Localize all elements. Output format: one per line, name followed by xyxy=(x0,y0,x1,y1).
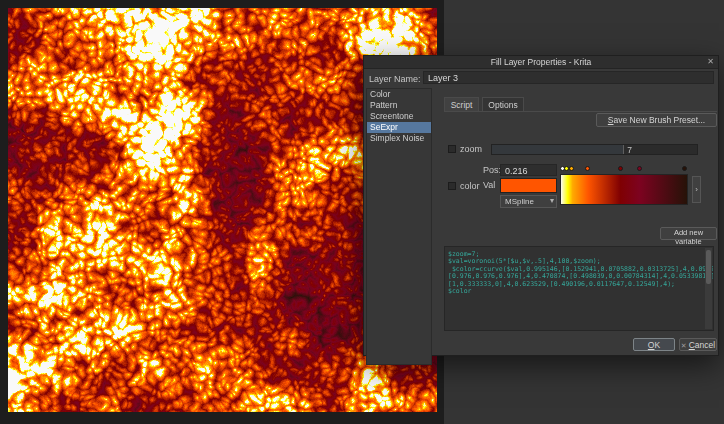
script-text: $zoom=7;$val=voronoi(5*[$u,$v,.5],4,100,… xyxy=(445,247,713,295)
stop-val-label: Val xyxy=(483,180,495,190)
dialog-titlebar[interactable]: Fill Layer Properties - Krita ✕ xyxy=(364,56,718,69)
generator-list-item-pattern[interactable]: Pattern xyxy=(367,100,431,111)
color-val-swatch[interactable] xyxy=(500,178,557,193)
cancel-button[interactable]: ✕Cancel xyxy=(679,338,717,351)
cancel-label: Cancel xyxy=(689,340,715,350)
gradient-stop-6[interactable] xyxy=(682,166,687,171)
stop-pos-input[interactable]: 0.216 xyxy=(500,164,557,176)
tab-script[interactable]: Script xyxy=(444,97,479,112)
gradient-stop-4[interactable] xyxy=(618,166,623,171)
script-editor[interactable]: $zoom=7;$val=voronoi(5*[$u,$v,.5],4,100,… xyxy=(444,246,714,331)
generator-list-item-color[interactable]: Color xyxy=(367,89,431,100)
tab-options[interactable]: Options xyxy=(482,97,524,112)
gradient-stops-row xyxy=(560,166,688,172)
fill-layer-properties-dialog: Fill Layer Properties - Krita ✕ Layer Na… xyxy=(363,55,719,356)
zoom-slider-value: 7 xyxy=(627,145,632,155)
dialog-title: Fill Layer Properties - Krita xyxy=(364,57,718,67)
generator-list-item-seexpr[interactable]: SeExpr xyxy=(367,122,431,133)
stop-pos-label: Pos: xyxy=(483,165,501,175)
generator-list-item-simplex-noise[interactable]: Simplex Noise xyxy=(367,133,431,144)
stop-pos-value: 0.216 xyxy=(501,165,556,176)
ok-button[interactable]: OK xyxy=(633,338,675,351)
zoom-slider-fill xyxy=(492,145,623,154)
gradient-scroll-right-button[interactable]: › xyxy=(692,176,701,203)
chevron-right-icon: › xyxy=(695,185,698,194)
cancel-icon: ✕ xyxy=(681,342,687,349)
gradient-stop-2[interactable] xyxy=(569,166,574,171)
color-variable-checkbox[interactable] xyxy=(448,182,456,190)
layer-name-input[interactable]: Layer 3 xyxy=(423,71,714,84)
interpolation-dropdown[interactable]: MSpline ▾ xyxy=(500,195,557,208)
generator-type-list: ColorPatternScreentoneSeExprSimplex Nois… xyxy=(366,88,432,365)
zoom-variable-checkbox[interactable] xyxy=(448,145,456,153)
gradient-stop-3[interactable] xyxy=(585,166,590,171)
zoom-slider-handle[interactable] xyxy=(623,145,624,154)
gradient-stop-5[interactable] xyxy=(637,166,642,171)
script-line: [1,0.333333,0],4,0.623529,[0.490196,0.01… xyxy=(448,281,713,288)
script-scrollbar-thumb[interactable] xyxy=(706,250,711,284)
chevron-down-icon: ▾ xyxy=(550,196,554,205)
zoom-variable-label: zoom xyxy=(460,144,482,154)
script-scrollbar[interactable] xyxy=(705,248,712,329)
generator-list-item-screentone[interactable]: Screentone xyxy=(367,111,431,122)
close-icon[interactable]: ✕ xyxy=(707,57,714,66)
save-new-brush-preset-button[interactable]: Save New Brush Preset... xyxy=(596,113,717,127)
color-variable-label: color xyxy=(460,181,480,191)
add-new-variable-button[interactable]: Add new variable xyxy=(660,227,717,240)
script-line: $color xyxy=(448,288,713,295)
zoom-slider[interactable]: 7 xyxy=(491,144,698,155)
layer-name-value: Layer 3 xyxy=(424,72,713,83)
tabbar-divider xyxy=(444,111,717,112)
layer-name-label: Layer Name: xyxy=(369,74,421,84)
gradient-bar[interactable] xyxy=(560,174,688,205)
krita-window: Fill Layer Properties - Krita ✕ Layer Na… xyxy=(0,0,724,424)
interpolation-value: MSpline xyxy=(505,197,534,206)
